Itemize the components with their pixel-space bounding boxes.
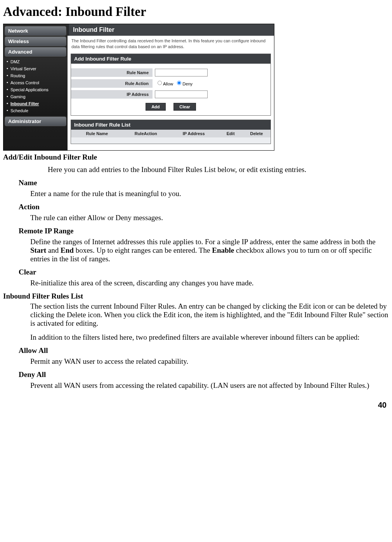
- action-text: The rule can either Allow or Deny messag…: [30, 214, 389, 222]
- sidebar-tab-advanced[interactable]: Advanced: [5, 47, 66, 57]
- sidebar-tab-administrator[interactable]: Administrator: [5, 116, 66, 126]
- clear-button[interactable]: Clear: [173, 103, 196, 111]
- addedit-intro: Here you can add entries to the Inbound …: [48, 165, 389, 174]
- page-title: Advanced: Inbound Filter: [3, 5, 389, 19]
- rule-list-panel-title: Inbound Filter Rule List: [71, 120, 271, 130]
- sidebar-item-gaming[interactable]: Gaming: [5, 93, 68, 100]
- sidebar-tab-network[interactable]: Network: [5, 26, 66, 36]
- clear-text: Re-initialize this area of the screen, d…: [30, 279, 389, 287]
- sidebar-item-routing[interactable]: Routing: [5, 72, 68, 79]
- remote-ip-text: Define the ranges of Internet addresses …: [30, 238, 389, 263]
- deny-radio[interactable]: [177, 81, 181, 85]
- col-rule-name: Rule Name: [71, 130, 123, 137]
- sidebar-advanced-submenu: DMZ Virtual Server Routing Access Contro…: [3, 57, 68, 116]
- add-rule-panel-title: Add Inbound Filter Rule: [71, 54, 271, 64]
- name-text: Enter a name for the rule that is meanin…: [30, 189, 389, 198]
- remote-ip-heading: Remote IP Range: [19, 227, 389, 235]
- add-rule-panel: Add Inbound Filter Rule Rule Name Rule A…: [71, 54, 271, 116]
- name-heading: Name: [19, 179, 389, 187]
- main-panel: Inbound Filter The Inbound Filter contro…: [68, 24, 274, 150]
- sidebar-item-virtual-server[interactable]: Virtual Server: [5, 65, 68, 72]
- ip-address-input[interactable]: [155, 90, 208, 98]
- sidebar-item-dmz[interactable]: DMZ: [5, 58, 68, 65]
- panel-header: Inbound Filter: [68, 24, 274, 36]
- sidebar-item-special-applications[interactable]: Special Applications: [5, 86, 68, 93]
- allow-radio-label: Allow: [163, 82, 173, 86]
- rules-list-heading: Inbound Filter Rules List: [3, 292, 389, 301]
- col-edit: Edit: [219, 130, 243, 137]
- clear-heading: Clear: [19, 268, 389, 276]
- deny-all-heading: Deny All: [19, 370, 389, 379]
- rule-list-header: Rule Name RuleAction IP Address Edit Del…: [71, 130, 271, 137]
- rule-action-label: Rule Action: [71, 79, 153, 88]
- allow-all-text: Permit any WAN user to access the relate…: [30, 357, 389, 366]
- panel-description: The Inbound Filter controlling data rece…: [68, 36, 274, 52]
- sidebar-tab-wireless[interactable]: Wireless: [5, 36, 66, 46]
- deny-radio-label: Deny: [182, 82, 193, 86]
- sidebar-item-access-control[interactable]: Access Control: [5, 79, 68, 86]
- col-rule-action: RuleAction: [123, 130, 169, 137]
- col-delete: Delete: [243, 130, 271, 137]
- rules-list-p1: The section lists the current Inbound Fi…: [30, 302, 389, 328]
- sidebar: Network Wireless Advanced DMZ Virtual Se…: [3, 24, 68, 150]
- action-heading: Action: [19, 203, 389, 211]
- sidebar-item-schedule[interactable]: Schedule: [5, 107, 68, 114]
- addedit-heading: Add/Edit Inbound Filter Rule: [3, 153, 389, 162]
- allow-all-heading: Allow All: [19, 346, 389, 355]
- rule-list-body: [71, 137, 271, 144]
- rule-list-panel: Inbound Filter Rule List Rule Name RuleA…: [71, 120, 271, 144]
- router-screenshot: Network Wireless Advanced DMZ Virtual Se…: [3, 24, 274, 151]
- rule-name-input[interactable]: [155, 69, 208, 76]
- col-ip-address: IP Address: [169, 130, 219, 137]
- add-button[interactable]: Add: [146, 103, 165, 111]
- rules-list-p2: In addition to the filters listed here, …: [30, 333, 389, 342]
- sidebar-item-inbound-filter[interactable]: Inbound Filter: [5, 100, 68, 107]
- deny-all-text: Prevent all WAN users from accessing the…: [30, 381, 389, 390]
- allow-radio[interactable]: [158, 81, 162, 85]
- page-number: 40: [3, 401, 389, 410]
- rule-name-label: Rule Name: [71, 68, 153, 77]
- ip-address-label: IP Address: [71, 90, 153, 99]
